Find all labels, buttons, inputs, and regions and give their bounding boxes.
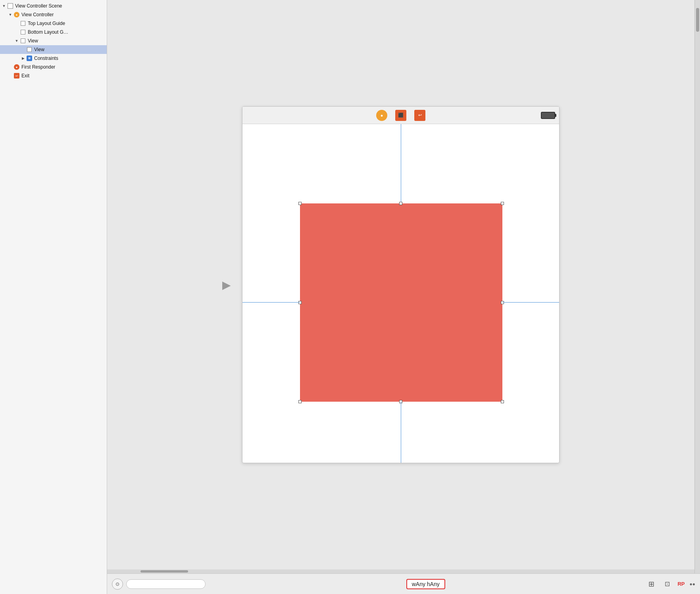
sidebar: View Controller Scene ● View Controller … (0, 0, 107, 594)
constraint-line-top (401, 124, 401, 207)
constraints-icon: ⊞ (26, 55, 33, 61)
vc-icon-exit: ↩ (414, 110, 425, 121)
canvas-wrapper: ● ⬛ ↩ (242, 106, 560, 463)
scene-label: View Controller Scene (15, 3, 62, 9)
device-header: ● ⬛ ↩ (242, 107, 559, 124)
viewcontroller-icon: ● (13, 11, 20, 18)
vc-label: View Controller (21, 12, 54, 17)
extra-btn[interactable]: ●● (689, 581, 695, 587)
sidebar-item-view-parent[interactable]: View (0, 36, 107, 45)
sidebar-item-toplayout[interactable]: Top Layout Guide (0, 19, 107, 28)
view-parent-label: View (28, 38, 38, 44)
vc-icon-cube: ⬛ (395, 110, 406, 121)
h-scrollbar[interactable] (107, 569, 694, 573)
constraint-line-right (502, 302, 560, 303)
sidebar-item-view-child[interactable]: View (0, 45, 107, 54)
firstresponder-icon: ● (13, 64, 20, 70)
handle-br (501, 400, 504, 403)
exit-icon: ↩ (13, 73, 20, 79)
device-frame: ● ⬛ ↩ (242, 106, 560, 463)
v-scrollbar[interactable] (694, 0, 700, 573)
bottomlayout-icon (20, 29, 26, 35)
firstresponder-label: First Responder (21, 64, 55, 70)
device-icons: ● ⬛ ↩ (376, 110, 425, 121)
toplayout-icon (20, 20, 26, 27)
sidebar-item-exit[interactable]: ↩ Exit (0, 71, 107, 80)
view-child-icon (26, 46, 33, 53)
handle-mr (501, 301, 504, 304)
handle-tc (399, 202, 402, 205)
sidebar-item-scene[interactable]: View Controller Scene (0, 2, 107, 10)
exit-label: Exit (21, 73, 29, 79)
sidebar-item-constraints[interactable]: ⊞ Constraints (0, 54, 107, 63)
bottom-right: ⊞ ⊡ RP ●● (646, 579, 695, 590)
toplayout-label: Top Layout Guide (28, 21, 65, 26)
constraints-label: Constraints (34, 56, 58, 61)
logo-btn: RP (677, 581, 685, 587)
size-class-badge[interactable]: wAny hAny (406, 579, 445, 589)
disclosure-constraints[interactable] (21, 56, 25, 61)
constraint-line-bottom (401, 402, 401, 463)
battery-icon (541, 112, 555, 119)
bottom-circle-btn[interactable]: ⊙ (112, 579, 123, 590)
bottom-bar: ⊙ 🔍 wAny hAny ⊞ ⊡ RP ●● (107, 573, 700, 594)
disclosure-vc[interactable] (8, 12, 13, 17)
sidebar-item-firstresponder[interactable]: ● First Responder (0, 63, 107, 71)
v-scrollbar-thumb[interactable] (696, 8, 699, 32)
scene-icon (7, 3, 13, 9)
constraint-line-left (242, 302, 300, 303)
bottomlayout-label: Bottom Layout G… (28, 29, 68, 35)
fit-width-btn[interactable]: ⊡ (662, 579, 673, 590)
sidebar-tree: View Controller Scene ● View Controller … (0, 0, 107, 594)
red-view[interactable] (300, 203, 502, 402)
view-child-label: View (34, 47, 44, 52)
bottom-center: wAny hAny (406, 579, 445, 589)
view-parent-icon (20, 38, 26, 44)
search-wrapper: 🔍 (126, 579, 206, 589)
handle-tl (298, 202, 302, 205)
vc-icon-circle: ● (376, 110, 387, 121)
sidebar-item-viewcontroller[interactable]: ● View Controller (0, 10, 107, 19)
layout-btn[interactable]: ⊞ (646, 579, 657, 590)
canvas-scroll[interactable]: ▶ ● ⬛ ↩ (107, 0, 694, 569)
canvas-area: ▶ ● ⬛ ↩ (107, 0, 694, 573)
disclosure-view-parent[interactable] (14, 38, 19, 43)
segue-arrow: ▶ (222, 278, 231, 291)
h-scrollbar-thumb[interactable] (140, 570, 188, 573)
handle-ml (298, 301, 302, 304)
disclosure-scene[interactable] (2, 4, 6, 8)
bottom-left: ⊙ 🔍 (112, 579, 206, 590)
handle-bl (298, 400, 302, 403)
sidebar-item-bottomlayout[interactable]: Bottom Layout G… (0, 28, 107, 36)
handle-tr (501, 202, 504, 205)
search-input[interactable] (126, 579, 206, 589)
device-content[interactable] (242, 124, 559, 463)
